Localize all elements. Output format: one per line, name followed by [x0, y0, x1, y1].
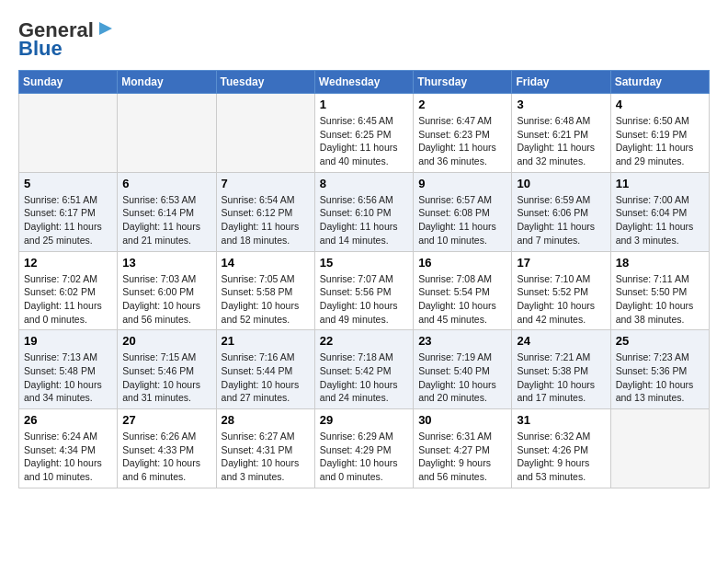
- day-header-monday: Monday: [118, 71, 216, 94]
- day-number: 8: [320, 177, 408, 190]
- cell-info: Sunset: 6:06 PM: [517, 206, 605, 220]
- cell-info: Sunrise: 7:13 AM: [24, 350, 112, 364]
- cell-info: Sunrise: 7:03 AM: [122, 272, 210, 286]
- calendar-cell: 14Sunrise: 7:05 AMSunset: 5:58 PMDayligh…: [216, 251, 314, 330]
- cell-info: Sunset: 6:19 PM: [616, 128, 704, 142]
- cell-info: Sunset: 6:08 PM: [418, 206, 506, 220]
- cell-info: Sunset: 4:27 PM: [418, 443, 506, 457]
- cell-info: Daylight: 10 hours and 10 minutes.: [24, 456, 112, 483]
- cell-info: Sunset: 6:25 PM: [320, 128, 408, 142]
- calendar-cell: 26Sunrise: 6:24 AMSunset: 4:34 PMDayligh…: [19, 409, 118, 488]
- calendar-cell: [118, 94, 216, 173]
- day-header-saturday: Saturday: [610, 71, 709, 94]
- cell-info: Daylight: 11 hours and 21 minutes.: [122, 220, 210, 247]
- calendar-cell: [610, 409, 709, 488]
- cell-info: Sunset: 5:42 PM: [320, 364, 408, 378]
- day-number: 6: [122, 177, 210, 190]
- calendar-cell: 6Sunrise: 6:53 AMSunset: 6:14 PMDaylight…: [118, 172, 216, 251]
- cell-info: Sunset: 5:56 PM: [320, 285, 408, 299]
- calendar-week-row: 5Sunrise: 6:51 AMSunset: 6:17 PMDaylight…: [19, 172, 710, 251]
- cell-info: Sunset: 4:33 PM: [122, 443, 210, 457]
- day-number: 11: [616, 177, 704, 190]
- day-number: 3: [517, 98, 605, 111]
- cell-info: Daylight: 10 hours and 6 minutes.: [122, 456, 210, 483]
- day-number: 25: [616, 334, 704, 348]
- cell-info: Sunrise: 7:21 AM: [517, 350, 605, 364]
- day-header-sunday: Sunday: [19, 71, 118, 94]
- cell-info: Sunset: 6:17 PM: [24, 206, 112, 220]
- day-number: 21: [222, 334, 310, 348]
- cell-info: Sunrise: 6:59 AM: [517, 193, 605, 207]
- calendar-cell: 29Sunrise: 6:29 AMSunset: 4:29 PMDayligh…: [314, 409, 413, 488]
- calendar-cell: 18Sunrise: 7:11 AMSunset: 5:50 PMDayligh…: [610, 251, 709, 330]
- cell-info: Sunrise: 7:08 AM: [418, 272, 506, 286]
- calendar-cell: 15Sunrise: 7:07 AMSunset: 5:56 PMDayligh…: [314, 251, 413, 330]
- page-header: General Blue: [18, 18, 710, 61]
- cell-info: Sunrise: 6:47 AM: [418, 114, 506, 128]
- calendar-week-row: 1Sunrise: 6:45 AMSunset: 6:25 PMDaylight…: [19, 94, 710, 173]
- calendar-cell: 21Sunrise: 7:16 AMSunset: 5:44 PMDayligh…: [216, 330, 314, 409]
- cell-info: Sunset: 5:54 PM: [418, 285, 506, 299]
- day-header-wednesday: Wednesday: [314, 71, 413, 94]
- cell-info: Sunrise: 7:00 AM: [616, 193, 704, 207]
- cell-info: Daylight: 11 hours and 18 minutes.: [222, 220, 310, 247]
- cell-info: Sunset: 4:26 PM: [517, 443, 605, 457]
- calendar-cell: 12Sunrise: 7:02 AMSunset: 6:02 PMDayligh…: [19, 251, 118, 330]
- calendar-header-row: SundayMondayTuesdayWednesdayThursdayFrid…: [19, 71, 710, 94]
- calendar-cell: 24Sunrise: 7:21 AMSunset: 5:38 PMDayligh…: [512, 330, 610, 409]
- cell-info: Sunrise: 7:15 AM: [122, 350, 210, 364]
- cell-info: Daylight: 11 hours and 40 minutes.: [320, 141, 408, 167]
- cell-info: Daylight: 10 hours and 34 minutes.: [24, 378, 112, 405]
- day-number: 29: [320, 413, 408, 427]
- cell-info: Sunset: 5:50 PM: [616, 285, 704, 299]
- cell-info: Daylight: 11 hours and 0 minutes.: [24, 299, 112, 326]
- calendar-cell: 8Sunrise: 6:56 AMSunset: 6:10 PMDaylight…: [314, 172, 413, 251]
- calendar-cell: 30Sunrise: 6:31 AMSunset: 4:27 PMDayligh…: [414, 409, 512, 488]
- calendar-cell: 25Sunrise: 7:23 AMSunset: 5:36 PMDayligh…: [610, 330, 709, 409]
- cell-info: Daylight: 10 hours and 24 minutes.: [320, 378, 408, 405]
- cell-info: Daylight: 11 hours and 14 minutes.: [320, 220, 408, 247]
- day-number: 2: [418, 98, 506, 111]
- calendar-table: SundayMondayTuesdayWednesdayThursdayFrid…: [18, 70, 710, 488]
- cell-info: Daylight: 10 hours and 42 minutes.: [517, 299, 605, 326]
- cell-info: Sunrise: 6:24 AM: [24, 430, 112, 443]
- calendar-cell: 17Sunrise: 7:10 AMSunset: 5:52 PMDayligh…: [512, 251, 610, 330]
- day-number: 22: [320, 334, 408, 348]
- day-number: 10: [517, 177, 605, 190]
- day-number: 15: [320, 256, 408, 270]
- cell-info: Sunrise: 7:02 AM: [24, 272, 112, 286]
- cell-info: Sunrise: 7:23 AM: [616, 350, 704, 364]
- day-number: 19: [24, 334, 112, 348]
- cell-info: Daylight: 11 hours and 25 minutes.: [24, 220, 112, 247]
- cell-info: Sunset: 4:34 PM: [24, 443, 112, 457]
- cell-info: Sunrise: 6:50 AM: [616, 114, 704, 128]
- cell-info: Sunrise: 6:48 AM: [517, 114, 605, 128]
- cell-info: Daylight: 10 hours and 52 minutes.: [222, 299, 310, 326]
- cell-info: Daylight: 9 hours and 56 minutes.: [418, 456, 506, 483]
- cell-info: Sunset: 6:12 PM: [222, 206, 310, 220]
- cell-info: Daylight: 10 hours and 31 minutes.: [122, 378, 210, 405]
- calendar-cell: 16Sunrise: 7:08 AMSunset: 5:54 PMDayligh…: [414, 251, 512, 330]
- cell-info: Sunrise: 7:11 AM: [616, 272, 704, 286]
- cell-info: Sunrise: 7:18 AM: [320, 350, 408, 364]
- cell-info: Sunset: 6:21 PM: [517, 128, 605, 142]
- calendar-cell: 27Sunrise: 6:26 AMSunset: 4:33 PMDayligh…: [118, 409, 216, 488]
- day-number: 4: [616, 98, 704, 111]
- cell-info: Daylight: 10 hours and 49 minutes.: [320, 299, 408, 326]
- cell-info: Sunrise: 6:54 AM: [222, 193, 310, 207]
- calendar-cell: 7Sunrise: 6:54 AMSunset: 6:12 PMDaylight…: [216, 172, 314, 251]
- cell-info: Sunrise: 6:57 AM: [418, 193, 506, 207]
- cell-info: Daylight: 11 hours and 3 minutes.: [616, 220, 704, 247]
- cell-info: Sunrise: 6:32 AM: [517, 430, 605, 443]
- cell-info: Sunset: 6:10 PM: [320, 206, 408, 220]
- cell-info: Sunset: 5:48 PM: [24, 364, 112, 378]
- cell-info: Sunset: 6:23 PM: [418, 128, 506, 142]
- cell-info: Daylight: 10 hours and 17 minutes.: [517, 378, 605, 405]
- cell-info: Sunrise: 6:29 AM: [320, 430, 408, 443]
- calendar-cell: [216, 94, 314, 173]
- cell-info: Daylight: 11 hours and 36 minutes.: [418, 141, 506, 167]
- cell-info: Sunset: 5:52 PM: [517, 285, 605, 299]
- day-number: 7: [222, 177, 310, 190]
- calendar-cell: 4Sunrise: 6:50 AMSunset: 6:19 PMDaylight…: [610, 94, 709, 173]
- cell-info: Sunrise: 6:45 AM: [320, 114, 408, 128]
